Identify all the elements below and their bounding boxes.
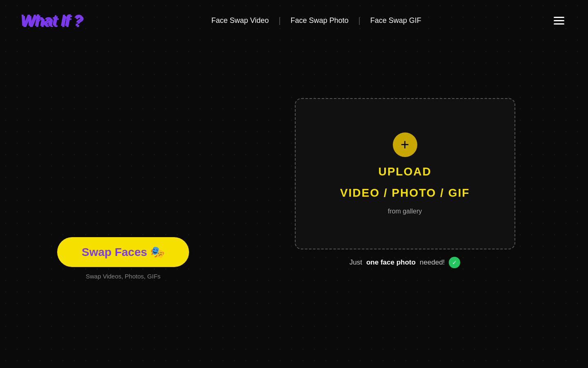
navigation: Face Swap Video | Face Swap Photo | Face…: [205, 13, 428, 28]
nav-face-swap-gif[interactable]: Face Swap GIF: [364, 13, 428, 28]
nav-separator-1: |: [278, 16, 281, 25]
upload-note-bold: one face photo: [366, 258, 416, 267]
menu-line-2: [554, 20, 564, 21]
right-section: + UPLOAD VIDEO / PHOTO / GIF from galler…: [254, 57, 555, 268]
upload-dropzone[interactable]: + UPLOAD VIDEO / PHOTO / GIF from galler…: [295, 98, 515, 249]
upload-from-label: from gallery: [388, 208, 422, 215]
shield-check-icon: ✓: [449, 257, 460, 268]
upload-subtitle: VIDEO / PHOTO / GIF: [340, 186, 470, 200]
left-section: Swap Faces 🎭 Swap Videos, Photos, GIFs: [57, 57, 189, 280]
main-content: Swap Faces 🎭 Swap Videos, Photos, GIFs +…: [0, 41, 588, 296]
nav-face-swap-photo[interactable]: Face Swap Photo: [284, 13, 355, 28]
header: What If ? Face Swap Video | Face Swap Ph…: [0, 0, 588, 41]
menu-line-3: [554, 23, 564, 25]
menu-line-1: [554, 17, 564, 18]
swap-faces-button[interactable]: Swap Faces 🎭: [57, 237, 189, 267]
swap-subtitle: Swap Videos, Photos, GIFs: [57, 273, 189, 280]
upload-note-suffix: needed!: [420, 258, 445, 267]
upload-note: Just one face photo needed! ✓: [350, 257, 461, 268]
nav-separator-2: |: [359, 16, 361, 25]
upload-note-prefix: Just: [350, 258, 362, 267]
upload-title: UPLOAD: [378, 165, 431, 178]
nav-face-swap-video[interactable]: Face Swap Video: [205, 13, 276, 28]
logo: What If ?: [20, 12, 82, 29]
plus-icon: +: [393, 132, 417, 157]
hamburger-menu-button[interactable]: [550, 13, 568, 28]
